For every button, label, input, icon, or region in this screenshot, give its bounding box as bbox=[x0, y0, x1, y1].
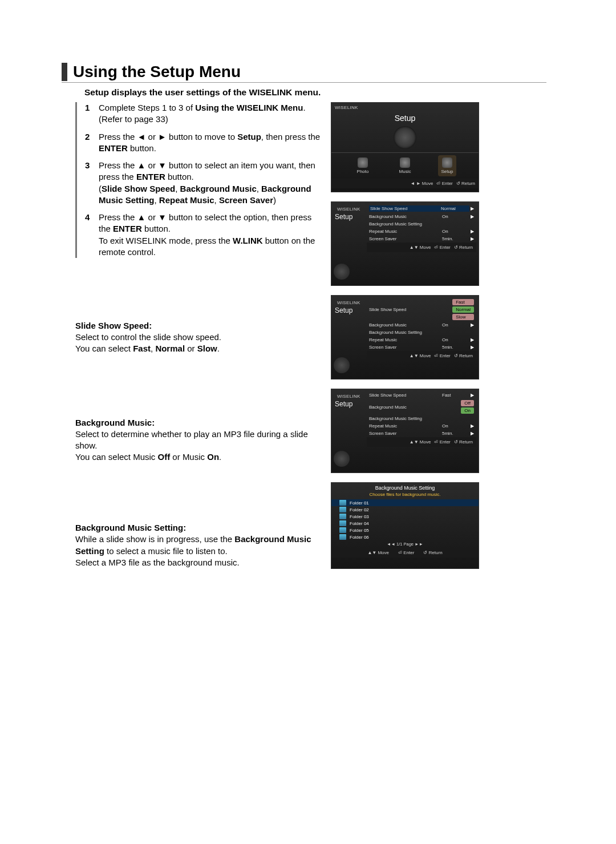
folder-icon bbox=[339, 500, 346, 506]
step-1: 1 Complete Steps 1 to 3 of Using the WIS… bbox=[85, 102, 321, 126]
brand-label: WISELINK bbox=[334, 298, 364, 305]
step-body: Press the ◄ or ► button to move to Setup… bbox=[99, 131, 321, 155]
menu-value: 5min. bbox=[440, 236, 469, 241]
t: , bbox=[155, 195, 159, 205]
menu-row[interactable]: Screen Saver5min.▶ bbox=[367, 344, 476, 351]
folder-row[interactable]: Folder 05 bbox=[331, 527, 479, 534]
hint-enter: ⏎ Enter bbox=[436, 181, 452, 186]
section-label: Background Music: bbox=[75, 418, 321, 427]
menu-option[interactable]: Fast bbox=[452, 299, 474, 305]
folder-row[interactable]: Folder 06 bbox=[331, 534, 479, 540]
gear-icon bbox=[334, 264, 350, 280]
t: Press the ▲ or ▼ button to select an ite… bbox=[99, 160, 318, 181]
menu-label: Repeat Music bbox=[369, 337, 440, 342]
screenshot-slide-speed: WISELINK Setup Slide Show SpeedFastNorma… bbox=[331, 295, 479, 379]
t: or bbox=[185, 344, 197, 353]
chevron-right-icon: ▶ bbox=[471, 322, 474, 328]
folder-icon bbox=[339, 527, 346, 533]
menu-value: On bbox=[440, 322, 469, 328]
menu-label: Slide Show Speed bbox=[369, 205, 440, 212]
menu-row[interactable]: Background MusicOffOn bbox=[367, 399, 476, 415]
t: . bbox=[217, 344, 220, 353]
folder-label: Folder 06 bbox=[350, 535, 369, 540]
menu-label: Repeat Music bbox=[369, 229, 440, 234]
side-title: Setup bbox=[334, 212, 364, 223]
section-bg-music-setting: Background Music Setting: While a slide … bbox=[75, 523, 321, 568]
menu-row[interactable]: Screen Saver5min.▶ bbox=[367, 235, 476, 243]
menu-row[interactable]: Background Music Setting bbox=[367, 220, 476, 228]
t: Fast bbox=[133, 344, 151, 353]
menu-row[interactable]: Slide Show SpeedFast▶ bbox=[367, 391, 476, 399]
tab-label: Music bbox=[399, 169, 411, 174]
t: Setup bbox=[237, 132, 261, 142]
t: Slow bbox=[197, 344, 217, 353]
menu-option[interactable]: Normal bbox=[452, 306, 474, 313]
menu-row[interactable]: Screen Saver5min.▶ bbox=[367, 430, 476, 437]
menu-option[interactable]: Slow bbox=[452, 314, 474, 320]
tab-photo[interactable]: Photo bbox=[354, 155, 372, 176]
chevron-right-icon: ▶ bbox=[471, 337, 474, 342]
gear-icon bbox=[442, 158, 452, 168]
t: Slide Show Speed bbox=[102, 184, 175, 193]
menu-label: Background Music bbox=[369, 214, 440, 219]
hint-return: ↺ Return bbox=[454, 439, 473, 445]
menu-row[interactable]: Background Music Setting bbox=[367, 415, 476, 422]
photo-icon bbox=[358, 158, 368, 168]
panel-title: Setup bbox=[331, 110, 479, 125]
menu-option[interactable]: Off bbox=[461, 400, 474, 406]
step-4: 4 Press the ▲ or ▼ button to select the … bbox=[85, 212, 321, 258]
panel-footer: ◄ ► Move⏎ Enter↺ Return bbox=[331, 179, 479, 188]
t: Repeat Music bbox=[159, 195, 214, 205]
tab-music[interactable]: Music bbox=[396, 155, 415, 176]
step-number: 1 bbox=[85, 102, 99, 126]
menu-row[interactable]: Repeat MusicOn▶ bbox=[367, 422, 476, 430]
folder-icon bbox=[339, 507, 346, 512]
screenshot-bg-music-setting: Background Music Setting Choose files fo… bbox=[331, 482, 479, 569]
step-number: 3 bbox=[85, 160, 99, 206]
folder-label: Folder 04 bbox=[350, 521, 369, 526]
screenshot-setup-tabs: WISELINK Setup Photo Music Setup ◄ ► Mov… bbox=[331, 102, 479, 192]
menu-label: Background Music Setting bbox=[369, 416, 444, 421]
menu-row[interactable]: Background Music Setting bbox=[367, 329, 476, 336]
screenshot-setup-list: WISELINK Setup Slide Show SpeedNormal▶Ba… bbox=[331, 201, 479, 286]
menu-row[interactable]: Repeat MusicOn▶ bbox=[367, 336, 476, 344]
menu-row[interactable]: Slide Show SpeedNormal▶ bbox=[367, 204, 476, 213]
section-text: Select to control the slide show speed. … bbox=[75, 332, 321, 355]
hint-return: ↺ Return bbox=[454, 353, 473, 358]
menu-row[interactable]: Repeat MusicOn▶ bbox=[367, 228, 476, 235]
folder-row[interactable]: Folder 01 bbox=[331, 499, 479, 506]
folder-label: Folder 01 bbox=[350, 500, 369, 506]
t: , then press the bbox=[261, 132, 320, 142]
t: While a slide show is in progress, use t… bbox=[75, 534, 234, 544]
menu-row[interactable]: Slide Show SpeedFastNormalSlow bbox=[367, 298, 476, 321]
folder-row[interactable]: Folder 03 bbox=[331, 513, 479, 520]
menu-label: Slide Show Speed bbox=[369, 307, 452, 312]
menu-label: Background Music bbox=[369, 405, 461, 410]
hint-enter: ⏎ Enter bbox=[398, 550, 414, 555]
hint-return: ↺ Return bbox=[423, 550, 442, 555]
menu-row[interactable]: Background MusicOn▶ bbox=[367, 213, 476, 220]
hint-return: ↺ Return bbox=[456, 181, 475, 186]
menu-label: Background Music Setting bbox=[369, 330, 444, 335]
folder-row[interactable]: Folder 02 bbox=[331, 506, 479, 513]
menu-row[interactable]: Background MusicOn▶ bbox=[367, 321, 476, 329]
menu-option[interactable]: On bbox=[461, 407, 474, 414]
t: Using the WISELINK Menu bbox=[195, 103, 303, 112]
step-body: Press the ▲ or ▼ button to select an ite… bbox=[99, 160, 321, 206]
tab-label: Setup bbox=[441, 169, 453, 174]
folder-icon bbox=[339, 520, 346, 526]
menu-label: Screen Saver bbox=[369, 236, 440, 241]
tab-setup[interactable]: Setup bbox=[438, 155, 457, 176]
tab-label: Photo bbox=[357, 169, 369, 174]
panel-footer: ▲▼ Move⏎ Enter↺ Return bbox=[367, 243, 476, 252]
panel-footer: ▲▼ Move⏎ Enter↺ Return bbox=[367, 437, 476, 447]
hint-move: ▲▼ Move bbox=[410, 245, 431, 250]
step-2: 2 Press the ◄ or ► button to move to Set… bbox=[85, 131, 321, 155]
step-3: 3 Press the ▲ or ▼ button to select an i… bbox=[85, 160, 321, 206]
menu-value: On bbox=[440, 423, 469, 429]
hint-move: ◄ ► Move bbox=[411, 181, 433, 186]
t: Normal bbox=[155, 344, 185, 353]
menu-label: Repeat Music bbox=[369, 423, 440, 429]
folder-row[interactable]: Folder 04 bbox=[331, 520, 479, 527]
hint-enter: ⏎ Enter bbox=[434, 439, 450, 445]
